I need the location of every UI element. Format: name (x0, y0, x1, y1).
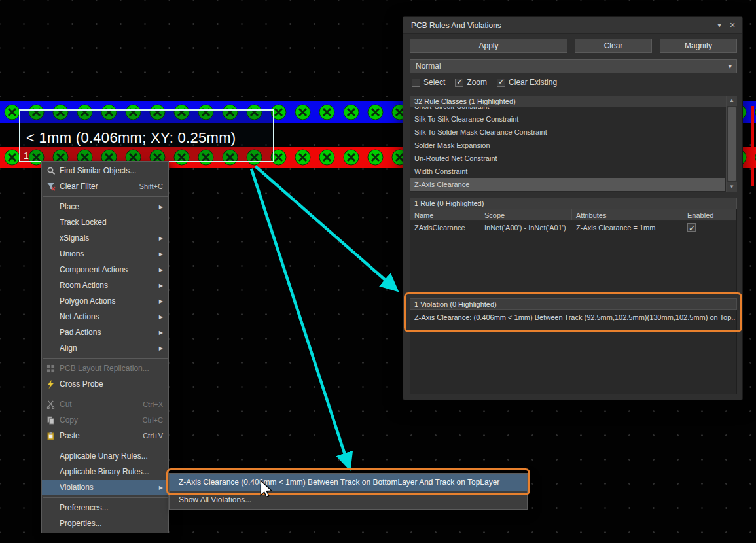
submenu-item-z-axis-clearance-violation[interactable]: Z-Axis Clearance (0.406mm < 1mm) Between… (170, 474, 527, 491)
menu-separator (43, 358, 168, 359)
cut-icon (42, 400, 60, 409)
clearance-tooltip: < 1mm (0.406mm; XY: 0.25mm) 1 (19, 109, 274, 162)
menu-item-copy[interactable]: Copy Ctrl+C (42, 412, 168, 428)
context-menu: Find Similar Objects... Clear Filter Shi… (41, 161, 169, 533)
menu-item-component-actions[interactable]: Component Actions ▶ (42, 262, 168, 277)
menu-item-track-locked[interactable]: Track Locked (42, 215, 168, 230)
rule-class-item[interactable]: Short-Circuit Constraint (410, 107, 725, 113)
rule-classes-scrollbar[interactable]: ▲ ▼ (726, 96, 737, 192)
submenu-arrow-icon: ▶ (159, 251, 163, 257)
match-mode-dropdown[interactable]: Normal ▾ (410, 59, 737, 73)
violation-row[interactable]: Z-Axis Clearance: (0.406mm < 1mm) Betwee… (410, 310, 736, 324)
submenu-arrow-icon: ▶ (159, 204, 163, 210)
menu-item-cross-probe[interactable]: Cross Probe (42, 376, 168, 392)
replication-icon (42, 364, 60, 373)
menu-item-pcb-layout-replication[interactable]: PCB Layout Replication... (42, 360, 168, 376)
rule-name-cell: ZAxisClearance (410, 221, 480, 234)
menu-item-xsignals[interactable]: xSignals ▶ (42, 230, 168, 246)
panel-close-icon[interactable]: ✕ (727, 17, 738, 34)
menu-item-applicable-binary-rules[interactable]: Applicable Binary Rules... (42, 464, 168, 480)
options-row: Select Zoom Clear Existing (412, 77, 557, 88)
rules-header: 1 Rule (0 Highlighted) (410, 198, 737, 209)
submenu-arrow-icon: ▶ (159, 345, 163, 351)
rule-classes-header: 32 Rule Classes (1 Highlighted) (410, 96, 737, 107)
rule-class-item-z-axis-clearance[interactable]: Z-Axis Clearance (410, 178, 725, 191)
violations-header: 1 Violation (0 Highlighted) (410, 298, 737, 310)
column-header-enabled[interactable]: Enabled (683, 209, 736, 220)
menu-item-clear-filter[interactable]: Clear Filter Shift+C (42, 179, 168, 194)
rule-class-item[interactable]: Silk To Silk Clearance Constraint (410, 113, 725, 126)
rule-class-item[interactable]: Un-Routed Net Constraint (410, 152, 725, 165)
menu-separator (43, 497, 168, 498)
panel-menu-chevron-icon[interactable]: ▾ (713, 17, 725, 34)
scroll-up-icon[interactable]: ▲ (727, 96, 737, 106)
menu-item-find-similar-objects[interactable]: Find Similar Objects... (42, 163, 168, 179)
rules-section: 1 Rule (0 Highlighted) Name Scope Attrib… (410, 198, 737, 294)
menu-item-preferences[interactable]: Preferences... (42, 500, 168, 516)
zoom-label: Zoom (467, 78, 487, 87)
menu-item-place[interactable]: Place ▶ (42, 199, 168, 215)
violations-section: 1 Violation (0 Highlighted) Z-Axis Clear… (410, 298, 737, 394)
column-header-scope[interactable]: Scope (480, 209, 572, 220)
menu-item-applicable-unary-rules[interactable]: Applicable Unary Rules... (42, 448, 168, 464)
panel-title: PCB Rules And Violations (403, 17, 742, 34)
rule-class-item[interactable]: Width Constraint (410, 165, 725, 178)
menu-item-align[interactable]: Align ▶ (42, 340, 168, 356)
column-header-name[interactable]: Name (410, 209, 480, 220)
rule-row[interactable]: ZAxisClearance InNet('A00') - InNet('A01… (410, 221, 736, 234)
submenu-arrow-icon: ▶ (159, 330, 163, 336)
copy-icon (42, 416, 60, 425)
menu-separator (43, 394, 168, 394)
zoom-option[interactable]: Zoom (455, 78, 487, 87)
clear-existing-label: Clear Existing (509, 78, 557, 87)
clear-button[interactable]: Clear (575, 39, 652, 53)
rule-scope-cell: InNet('A00') - InNet('A01') (480, 221, 572, 234)
rule-classes-list: Short-Circuit Constraint Silk To Silk Cl… (410, 107, 737, 192)
clear-existing-checkbox[interactable] (497, 79, 505, 87)
track-marker: 1 (24, 150, 29, 161)
menu-separator (43, 196, 168, 197)
apply-button[interactable]: Apply (410, 39, 567, 53)
paste-icon (42, 432, 60, 440)
submenu-item-show-all-violations[interactable]: Show All Violations... (170, 491, 527, 509)
select-label: Select (423, 78, 445, 87)
rule-class-item[interactable]: Silk To Solder Mask Clearance Constraint (410, 126, 725, 139)
menu-item-net-actions[interactable]: Net Actions ▶ (42, 309, 168, 324)
rule-attributes-cell: Z-Axis Clearance = 1mm (572, 221, 683, 234)
select-checkbox[interactable] (412, 79, 420, 87)
menu-item-paste[interactable]: Paste Ctrl+V (42, 428, 168, 444)
submenu-arrow-icon: ▶ (159, 283, 163, 289)
menu-item-room-actions[interactable]: Room Actions ▶ (42, 277, 168, 293)
rules-table-header: Name Scope Attributes Enabled (410, 209, 736, 221)
pcb-rules-violations-panel: PCB Rules And Violations ▾ ✕ Apply Clear… (403, 16, 743, 400)
menu-item-pad-actions[interactable]: Pad Actions ▶ (42, 324, 168, 340)
rule-class-item[interactable]: Solder Mask Expansion (410, 139, 725, 152)
menu-item-polygon-actions[interactable]: Polygon Actions ▶ (42, 293, 168, 309)
rule-enabled-checkbox[interactable] (687, 223, 696, 232)
clear-filter-icon (42, 182, 60, 191)
select-option[interactable]: Select (412, 78, 445, 87)
column-header-attributes[interactable]: Attributes (572, 209, 683, 220)
rules-table: Name Scope Attributes Enabled ZAxisClear… (410, 209, 737, 294)
scroll-down-icon[interactable]: ▼ (727, 182, 737, 192)
submenu-arrow-icon: ▶ (159, 485, 163, 491)
clearance-tooltip-text: < 1mm (0.406mm; XY: 0.25mm) (26, 130, 236, 147)
submenu-arrow-icon: ▶ (159, 236, 163, 241)
menu-item-unions[interactable]: Unions ▶ (42, 246, 168, 262)
submenu-arrow-icon: ▶ (159, 314, 163, 320)
clear-existing-option[interactable]: Clear Existing (497, 78, 557, 87)
rule-classes-section: 32 Rule Classes (1 Highlighted) Short-Ci… (410, 96, 737, 192)
menu-item-cut[interactable]: Cut Ctrl+X (42, 396, 168, 412)
menu-separator (43, 446, 168, 446)
menu-item-properties[interactable]: Properties... (42, 516, 168, 531)
submenu-arrow-icon: ▶ (159, 267, 163, 273)
violations-submenu: Z-Axis Clearance (0.406mm < 1mm) Between… (169, 473, 528, 510)
violations-list: Z-Axis Clearance: (0.406mm < 1mm) Betwee… (410, 310, 737, 394)
match-mode-value: Normal (416, 61, 441, 71)
menu-item-violations[interactable]: Violations ▶ (42, 480, 168, 495)
scrollbar-thumb[interactable] (728, 107, 736, 181)
dropdown-arrow-icon: ▾ (728, 60, 732, 73)
pcb-track-vertical[interactable] (751, 106, 754, 186)
zoom-checkbox[interactable] (455, 79, 463, 87)
magnify-button[interactable]: Magnify (660, 39, 737, 53)
